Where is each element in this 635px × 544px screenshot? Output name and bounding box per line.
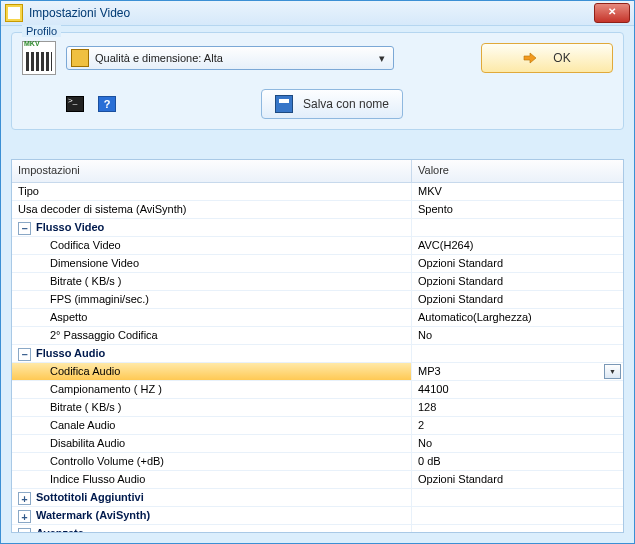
save-as-button[interactable]: Salva con nome xyxy=(261,89,403,119)
row-vcodec[interactable]: Codifica Video AVC(H264) xyxy=(12,237,623,255)
app-icon xyxy=(5,4,23,22)
cell-label: Dimensione Video xyxy=(12,255,412,272)
row-vpass2[interactable]: 2° Passaggio Codifica No xyxy=(12,327,623,345)
header-value[interactable]: Valore xyxy=(412,160,623,182)
group-advanced[interactable]: +Avanzata xyxy=(12,525,623,532)
row-abitrate[interactable]: Bitrate ( KB/s ) 128 xyxy=(12,399,623,417)
cell-value xyxy=(412,489,623,506)
profile-row-icons: ? Salva con nome xyxy=(66,89,613,119)
settings-grid: Impostazioni Valore Tipo MKV Usa decoder… xyxy=(11,159,624,533)
row-achan[interactable]: Canale Audio 2 xyxy=(12,417,623,435)
cell-value xyxy=(412,525,623,532)
grid-header: Impostazioni Valore xyxy=(12,160,623,183)
cell-label: −Flusso Video xyxy=(12,219,412,236)
collapse-icon[interactable]: − xyxy=(18,348,31,361)
cell-value: AVC(H264) xyxy=(412,237,623,254)
mkv-icon xyxy=(22,41,56,75)
cell-label: Codifica Audio xyxy=(12,363,412,380)
save-as-label: Salva con nome xyxy=(303,97,389,111)
close-button[interactable]: ✕ xyxy=(594,3,630,23)
group-flusso-video[interactable]: −Flusso Video xyxy=(12,219,623,237)
ok-button-label: OK xyxy=(553,51,570,65)
profile-row-main: Qualità e dimensione: Alta ▾ OK xyxy=(22,41,613,75)
expand-icon[interactable]: + xyxy=(18,510,31,523)
row-tipo[interactable]: Tipo MKV xyxy=(12,183,623,201)
row-avol[interactable]: Controllo Volume (+dB) 0 dB xyxy=(12,453,623,471)
row-vfps[interactable]: FPS (immagini/sec.) Opzioni Standard xyxy=(12,291,623,309)
cell-value: Opzioni Standard xyxy=(412,291,623,308)
cell-label: Canale Audio xyxy=(12,417,412,434)
cell-value: Opzioni Standard xyxy=(412,273,623,290)
row-aindex[interactable]: Indice Flusso Audio Opzioni Standard xyxy=(12,471,623,489)
cell-label: Bitrate ( KB/s ) xyxy=(12,273,412,290)
console-icon[interactable] xyxy=(66,96,84,112)
group-flusso-audio[interactable]: −Flusso Audio xyxy=(12,345,623,363)
collapse-icon[interactable]: − xyxy=(18,222,31,235)
row-vdim[interactable]: Dimensione Video Opzioni Standard xyxy=(12,255,623,273)
row-vbitrate[interactable]: Bitrate ( KB/s ) Opzioni Standard xyxy=(12,273,623,291)
cell-value: 44100 xyxy=(412,381,623,398)
cell-value: MKV xyxy=(412,183,623,200)
cell-value xyxy=(412,345,623,362)
profile-legend: Profilo xyxy=(22,25,61,37)
row-vaspect[interactable]: Aspetto Automatico(Larghezza) xyxy=(12,309,623,327)
cell-value: 128 xyxy=(412,399,623,416)
row-adisab[interactable]: Disabilita Audio No xyxy=(12,435,623,453)
expand-icon[interactable]: + xyxy=(18,492,31,505)
cell-label: +Avanzata xyxy=(12,525,412,532)
group-watermark[interactable]: +Watermark (AviSynth) xyxy=(12,507,623,525)
group-subs[interactable]: +Sottotitoli Aggiuntivi xyxy=(12,489,623,507)
floppy-icon xyxy=(275,95,293,113)
arrow-right-icon xyxy=(523,51,537,65)
cell-value: 0 dB xyxy=(412,453,623,470)
video-settings-window: Impostazioni Video ✕ Profilo Qualità e d… xyxy=(0,0,635,544)
cell-value: No xyxy=(412,327,623,344)
cell-label: Bitrate ( KB/s ) xyxy=(12,399,412,416)
cell-label: FPS (immagini/sec.) xyxy=(12,291,412,308)
row-acodec[interactable]: Codifica Audio MP3 ▼ xyxy=(12,363,623,381)
cell-label: Disabilita Audio xyxy=(12,435,412,452)
grid-body[interactable]: Tipo MKV Usa decoder di sistema (AviSynt… xyxy=(12,183,623,532)
profile-select[interactable]: Qualità e dimensione: Alta ▾ xyxy=(66,46,394,70)
window-title: Impostazioni Video xyxy=(29,6,594,20)
cell-value: Spento xyxy=(412,201,623,218)
expand-icon[interactable]: + xyxy=(18,528,31,532)
profile-select-text: Qualità e dimensione: Alta xyxy=(95,52,373,64)
cell-value: No xyxy=(412,435,623,452)
cell-value xyxy=(412,507,623,524)
cell-label: Controllo Volume (+dB) xyxy=(12,453,412,470)
cell-label: Codifica Video xyxy=(12,237,412,254)
cell-label: Usa decoder di sistema (AviSynth) xyxy=(12,201,412,218)
cell-label: 2° Passaggio Codifica xyxy=(12,327,412,344)
row-sysdec[interactable]: Usa decoder di sistema (AviSynth) Spento xyxy=(12,201,623,219)
cell-value: Automatico(Larghezza) xyxy=(412,309,623,326)
dropdown-icon[interactable]: ▼ xyxy=(604,364,621,379)
cell-label: +Sottotitoli Aggiuntivi xyxy=(12,489,412,506)
cell-label: Aspetto xyxy=(12,309,412,326)
cell-value: Opzioni Standard xyxy=(412,471,623,488)
cell-label: −Flusso Audio xyxy=(12,345,412,362)
profile-option-icon xyxy=(71,49,89,67)
chevron-down-icon: ▾ xyxy=(373,52,391,65)
cell-value: Opzioni Standard xyxy=(412,255,623,272)
header-settings[interactable]: Impostazioni xyxy=(12,160,412,182)
profile-group: Profilo Qualità e dimensione: Alta ▾ OK … xyxy=(11,32,624,130)
cell-value: 2 xyxy=(412,417,623,434)
ok-button[interactable]: OK xyxy=(481,43,613,73)
cell-value xyxy=(412,219,623,236)
cell-label: Indice Flusso Audio xyxy=(12,471,412,488)
cell-label: +Watermark (AviSynth) xyxy=(12,507,412,524)
titlebar: Impostazioni Video ✕ xyxy=(1,1,634,26)
row-asamp[interactable]: Campionamento ( HZ ) 44100 xyxy=(12,381,623,399)
cell-label: Campionamento ( HZ ) xyxy=(12,381,412,398)
cell-value: MP3 ▼ xyxy=(412,363,623,380)
help-icon[interactable]: ? xyxy=(98,96,116,112)
cell-label: Tipo xyxy=(12,183,412,200)
